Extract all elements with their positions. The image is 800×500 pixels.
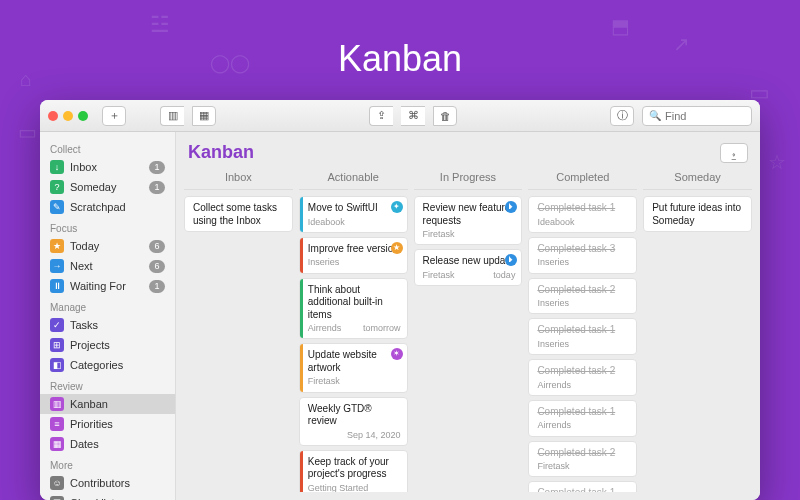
kanban-card[interactable]: Completed task 1Firetask: [528, 481, 637, 492]
sidebar-item-label: Kanban: [70, 398, 165, 410]
toolbar: ＋ ▥ ▦ ⇪ ⌘ 🗑 ⓘ 🔍: [40, 100, 760, 132]
sidebar-item-scratchpad[interactable]: ✎Scratchpad: [40, 197, 175, 217]
card-meta: Inseries: [537, 339, 630, 350]
sidebar-item-label: Priorities: [70, 418, 165, 430]
sidebar-item-priorities[interactable]: ≡Priorities: [40, 414, 175, 434]
sidebar-item-label: Scratchpad: [70, 201, 165, 213]
projects-icon: ⊞: [50, 338, 64, 352]
column-header: In Progress: [414, 167, 523, 190]
share-button[interactable]: ⇪: [369, 106, 393, 126]
kanban-card[interactable]: ★Improve free versionInseries: [299, 237, 408, 274]
kanban-card[interactable]: Completed task 1Airrends: [528, 400, 637, 437]
column-header: Inbox: [184, 167, 293, 190]
checklists-icon: ☑: [50, 496, 64, 500]
new-task-button[interactable]: ＋: [102, 106, 126, 126]
sidebar-item-someday[interactable]: ?Someday1: [40, 177, 175, 197]
sidebar-item-next[interactable]: →Next6: [40, 256, 175, 276]
sidebar-item-label: Projects: [70, 339, 165, 351]
sidebar-section-label: Manage: [40, 296, 175, 315]
next-icon: →: [50, 259, 64, 273]
card-title: Completed task 2: [537, 365, 630, 378]
kanban-card[interactable]: Completed task 2Airrends: [528, 359, 637, 396]
card-meta: Firetasktoday: [423, 270, 516, 281]
kanban-card[interactable]: Keep track of your project's progressGet…: [299, 450, 408, 492]
priority-stripe: [300, 279, 303, 339]
card-title: Completed task 2: [537, 284, 630, 297]
search-icon: 🔍: [649, 110, 661, 121]
card-title: Completed task 1: [537, 202, 630, 215]
card-meta: Ideabook: [537, 217, 630, 228]
tasks-icon: ✓: [50, 318, 64, 332]
card-meta: Firetask: [537, 461, 630, 472]
sidebar-item-label: Waiting For: [70, 280, 143, 292]
card-meta: Firetask: [308, 376, 401, 387]
info-button[interactable]: ⓘ: [610, 106, 634, 126]
card-project: Inseries: [308, 257, 340, 268]
categories-icon: ◧: [50, 358, 64, 372]
kanban-card[interactable]: Collect some tasks using the Inbox: [184, 196, 293, 232]
sidebar-item-projects[interactable]: ⊞Projects: [40, 335, 175, 355]
card-project: Airrends: [537, 420, 571, 431]
delete-button[interactable]: 🗑: [433, 106, 457, 126]
card-status-icon: ★: [391, 242, 403, 254]
minimize-window-button[interactable]: [63, 111, 73, 121]
sidebar-item-label: Tasks: [70, 319, 165, 331]
kanban-card[interactable]: Completed task 1Ideabook: [528, 196, 637, 233]
zoom-window-button[interactable]: [78, 111, 88, 121]
kanban-card[interactable]: ⏵Review new feature requestsFiretask: [414, 196, 523, 245]
priority-stripe: [300, 197, 303, 232]
card-meta: Ideabook: [308, 217, 401, 228]
waiting-icon: ⏸: [50, 279, 64, 293]
search-field[interactable]: 🔍: [642, 106, 752, 126]
bg-deco-icon: ⬒: [611, 14, 630, 38]
card-meta: Airrendstomorrow: [308, 323, 401, 334]
search-input[interactable]: [665, 110, 745, 122]
sidebar-item-categories[interactable]: ◧Categories: [40, 355, 175, 375]
sidebar-item-kanban[interactable]: ▥Kanban: [40, 394, 175, 414]
sidebar-item-inbox[interactable]: ↓Inbox1: [40, 157, 175, 177]
card-title: Update website artwork: [308, 349, 401, 374]
priority-stripe: [300, 344, 303, 391]
sidebar-item-dates[interactable]: ▦Dates: [40, 434, 175, 454]
kanban-card[interactable]: Completed task 2Firetask: [528, 441, 637, 478]
kanban-card[interactable]: Weekly GTD® reviewSep 14, 2020: [299, 397, 408, 446]
card-project: Getting Started: [308, 483, 369, 492]
kanban-card[interactable]: ⏵Release new updateFiretasktoday: [414, 249, 523, 286]
column-header: Actionable: [299, 167, 408, 190]
card-title: Completed task 2: [537, 447, 630, 460]
kanban-column: In Progress⏵Review new feature requestsF…: [414, 167, 523, 492]
sidebar-item-today[interactable]: ★Today6: [40, 236, 175, 256]
view-toggle-grid-button[interactable]: ▦: [192, 106, 216, 126]
card-project: Firetask: [537, 461, 569, 472]
sidebar-item-label: Today: [70, 240, 143, 252]
kanban-card[interactable]: Completed task 2Inseries: [528, 278, 637, 315]
card-status-icon: ✦: [391, 201, 403, 213]
filter-button[interactable]: ⍚: [720, 143, 748, 163]
sidebar: Collect↓Inbox1?Someday1✎ScratchpadFocus★…: [40, 132, 176, 500]
card-meta: Airrends: [537, 380, 630, 391]
sidebar-section-label: More: [40, 454, 175, 473]
card-project: Ideabook: [537, 217, 574, 228]
kanban-card[interactable]: ✶Update website artworkFiretask: [299, 343, 408, 392]
card-project: Inseries: [537, 257, 569, 268]
today-icon: ★: [50, 239, 64, 253]
sidebar-section-label: Review: [40, 375, 175, 394]
kanban-card[interactable]: ✦Move to SwiftUIIdeabook: [299, 196, 408, 233]
link-button[interactable]: ⌘: [401, 106, 425, 126]
kanban-card[interactable]: Think about additional built-in itemsAir…: [299, 278, 408, 340]
card-title: Keep track of your project's progress: [308, 456, 401, 481]
kanban-card[interactable]: Put future ideas into Someday: [643, 196, 752, 232]
card-title: Think about additional built-in items: [308, 284, 401, 322]
kanban-column: InboxCollect some tasks using the Inbox: [184, 167, 293, 492]
someday-icon: ?: [50, 180, 64, 194]
sidebar-item-contributors[interactable]: ☺Contributors: [40, 473, 175, 493]
sidebar-item-checklists[interactable]: ☑Checklists: [40, 493, 175, 500]
close-window-button[interactable]: [48, 111, 58, 121]
page-title: Kanban: [188, 142, 254, 163]
view-toggle-list-button[interactable]: ▥: [160, 106, 184, 126]
sidebar-item-tasks[interactable]: ✓Tasks: [40, 315, 175, 335]
card-title: Completed task 1: [537, 487, 630, 492]
kanban-card[interactable]: Completed task 1Inseries: [528, 318, 637, 355]
sidebar-item-waiting[interactable]: ⏸Waiting For1: [40, 276, 175, 296]
kanban-card[interactable]: Completed task 3Inseries: [528, 237, 637, 274]
